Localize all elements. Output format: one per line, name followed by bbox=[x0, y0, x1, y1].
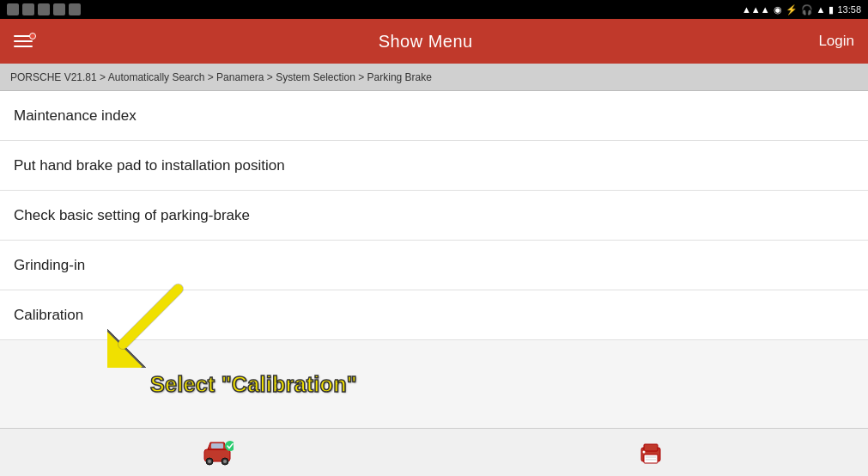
signal-icon bbox=[7, 3, 19, 15]
status-bar: ▲▲▲ ◉ ⚡ 🎧 ▲ ▮ 13:58 bbox=[0, 0, 868, 19]
battery-icon: ▮ bbox=[829, 4, 834, 15]
bottom-toolbar bbox=[0, 428, 868, 476]
bluetooth-icon: ⚡ bbox=[786, 4, 798, 15]
hamburger-menu-button[interactable] bbox=[14, 35, 33, 47]
menu-item-check-basic-setting[interactable]: Check basic setting of parking-brake bbox=[0, 191, 868, 241]
headphone-icon: 🎧 bbox=[801, 4, 813, 15]
print-button[interactable] bbox=[634, 439, 667, 467]
status-icons-right: ▲▲▲ ◉ ⚡ 🎧 ▲ ▮ 13:58 bbox=[742, 4, 861, 15]
hamburger-line-3 bbox=[14, 46, 33, 47]
svg-point-4 bbox=[208, 460, 211, 463]
car-icon bbox=[201, 439, 234, 467]
header-title: Show Menu bbox=[379, 32, 473, 52]
location-icon: ◉ bbox=[774, 4, 782, 15]
menu-list: Maintenance index Put hand brake pad to … bbox=[0, 91, 868, 340]
signal-strength-icon: ▲▲▲ bbox=[742, 4, 770, 15]
wifi-strength-icon: ▲ bbox=[816, 4, 826, 15]
svg-point-13 bbox=[643, 450, 646, 453]
menu-item-label: Maintenance index bbox=[14, 107, 137, 125]
breadcrumb-text: PORSCHE V21.81 > Automatically Search > … bbox=[10, 71, 432, 83]
screenshot-icon bbox=[69, 3, 81, 15]
breadcrumb: PORSCHE V21.81 > Automatically Search > … bbox=[0, 64, 868, 91]
clock: 13:58 bbox=[837, 4, 861, 15]
print-icon bbox=[634, 439, 667, 467]
app2-icon bbox=[53, 3, 65, 15]
svg-rect-6 bbox=[211, 443, 223, 449]
wifi-icon bbox=[22, 3, 34, 15]
notification-dot bbox=[29, 33, 36, 40]
svg-rect-10 bbox=[644, 455, 658, 463]
svg-rect-9 bbox=[644, 444, 658, 451]
car-button[interactable] bbox=[201, 439, 234, 467]
hamburger-line-2 bbox=[14, 40, 33, 42]
menu-item-calibration[interactable]: Calibration bbox=[0, 290, 868, 340]
app-header: Show Menu Login bbox=[0, 19, 868, 64]
login-button[interactable]: Login bbox=[818, 33, 854, 50]
menu-item-maintenance-index[interactable]: Maintenance index bbox=[0, 91, 868, 141]
status-icons-left bbox=[7, 3, 81, 15]
menu-item-label: Grinding-in bbox=[14, 257, 85, 274]
menu-item-label: Put hand brake pad to installation posit… bbox=[14, 157, 285, 174]
menu-item-label: Check basic setting of parking-brake bbox=[14, 207, 250, 224]
annotation-text: Select "Calibration" bbox=[150, 372, 357, 397]
menu-item-grinding-in[interactable]: Grinding-in bbox=[0, 241, 868, 290]
svg-point-5 bbox=[223, 460, 227, 463]
menu-item-put-hand-brake[interactable]: Put hand brake pad to installation posit… bbox=[0, 141, 868, 191]
app-icon bbox=[38, 3, 50, 15]
menu-item-label: Calibration bbox=[14, 307, 83, 324]
